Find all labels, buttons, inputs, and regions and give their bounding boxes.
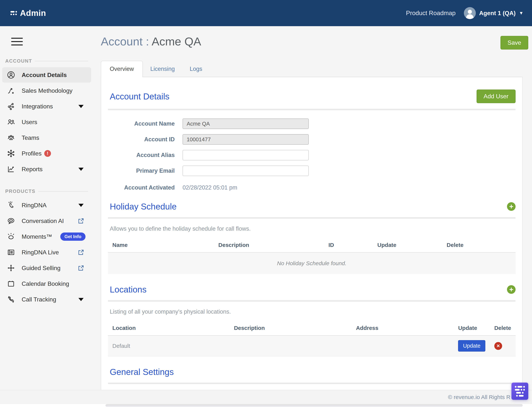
column-header-delete: Delete [442, 238, 516, 253]
moments-icon [7, 232, 15, 241]
sidebar-item-label: Conversation AI [22, 218, 64, 224]
sidebar-item-sales-methodology[interactable]: Sales Methodology [2, 83, 91, 98]
tab-logs[interactable]: Logs [182, 61, 210, 77]
column-header-name: Name [108, 238, 214, 253]
integrations-icon [7, 102, 15, 111]
admin-page: Admin Product Roadmap Agent 1 (QA) ▼ ACC… [0, 0, 532, 408]
sidebar-item-reports[interactable]: Reports [2, 162, 91, 177]
brand-title: Admin [20, 8, 46, 18]
account-details-heading: Account Details [110, 91, 170, 102]
sidebar-item-label: Moments™ [22, 233, 52, 240]
sidebar-item-profiles[interactable]: Profiles ! [2, 146, 91, 161]
save-button[interactable]: Save [500, 36, 528, 50]
page-title-account-name: Acme QA [152, 35, 201, 48]
update-location-button[interactable]: Update [458, 340, 485, 352]
conversation-ai-icon [7, 217, 15, 225]
external-link-icon [78, 265, 84, 271]
profiles-icon [7, 149, 15, 158]
sidebar-section-products: PRODUCTS [5, 188, 88, 194]
primary-email-label: Primary Email [108, 168, 183, 174]
tab-overview[interactable]: Overview [101, 61, 143, 77]
location-table-row: Default Update ✕ [108, 335, 516, 356]
column-header-description: Description [229, 321, 351, 335]
sidebar-item-label: RingDNA [22, 202, 47, 209]
holiday-schedule-empty-row: No Holiday Schedule found. [108, 253, 516, 274]
calendar-booking-icon [7, 280, 15, 288]
page-title-prefix: Account : [101, 35, 149, 48]
column-header-update: Update [373, 238, 442, 253]
column-header-address: Address [352, 321, 454, 335]
primary-email-field[interactable] [183, 166, 309, 176]
account-id-field [183, 134, 309, 145]
sidebar-item-label: RingDNA Live [22, 249, 59, 256]
chat-widget-button[interactable] [511, 382, 528, 400]
bottom-strip [0, 404, 532, 408]
sidebar-item-label: Reports [22, 166, 42, 173]
section-divider [108, 217, 516, 219]
account-id-label: Account ID [108, 136, 183, 143]
sidebar-item-account-details[interactable]: Account Details [2, 67, 91, 83]
account-alias-field[interactable] [183, 150, 309, 160]
user-avatar [464, 7, 476, 19]
sidebar-item-call-tracking[interactable]: Call Tracking [2, 292, 91, 307]
location-description-cell [229, 335, 351, 356]
main-content: Account : Acme QA Save Overview Licensin… [93, 26, 532, 408]
add-user-button[interactable]: Add User [476, 90, 516, 103]
external-link-icon [78, 249, 84, 256]
chevron-down-icon [78, 298, 84, 301]
sidebar-item-ringdna[interactable]: RingDNA [2, 197, 91, 213]
locations-table: Location Description Address Update Dele… [108, 321, 516, 357]
sidebar-item-label: Profiles [22, 150, 42, 157]
add-location-button[interactable]: + [507, 285, 516, 294]
get-info-badge[interactable]: Get Info [60, 232, 85, 241]
location-address-cell [352, 335, 454, 356]
sidebar-item-calendar-booking[interactable]: Calendar Booking [2, 276, 91, 291]
chevron-down-icon [78, 168, 84, 171]
column-header-delete: Delete [490, 321, 516, 335]
chevron-down-icon [78, 105, 84, 108]
sidebar-item-label: Guided Selling [22, 265, 60, 272]
add-holiday-schedule-button[interactable]: + [507, 202, 516, 211]
sidebar-item-conversation-ai[interactable]: Conversation AI [2, 213, 91, 229]
sidebar-section-account-label: ACCOUNT [5, 58, 32, 64]
sidebar-item-guided-selling[interactable]: Guided Selling [2, 260, 91, 276]
sidebar-item-teams[interactable]: Teams [2, 130, 91, 145]
user-menu[interactable]: Agent 1 (QA) ▼ [464, 7, 524, 19]
account-details-form: Account Name Account ID Account Alias Pr… [108, 119, 516, 191]
sidebar-item-label: Sales Methodology [22, 87, 73, 94]
brand-logo[interactable]: Admin [10, 8, 46, 18]
location-name-cell: Default [108, 335, 229, 356]
product-roadmap-link[interactable]: Product Roadmap [406, 9, 456, 17]
section-divider [108, 382, 516, 384]
users-icon [7, 118, 15, 126]
holiday-schedule-table: Name Description ID Update Delete No Hol… [108, 238, 516, 274]
delete-location-icon[interactable]: ✕ [494, 342, 502, 350]
column-header-update: Update [454, 321, 490, 335]
column-header-description: Description [214, 238, 324, 253]
hamburger-menu-button[interactable] [11, 37, 93, 47]
sidebar: ACCOUNT Account Details Sales Methodolog… [0, 26, 93, 307]
sidebar-item-label: Users [22, 119, 37, 126]
copyright-text: © revenue.io All Rights R [448, 394, 510, 400]
sidebar-item-label: Call Tracking [22, 296, 56, 303]
section-divider [108, 109, 516, 110]
sidebar-item-label: Teams [22, 134, 39, 141]
profiles-alert-icon: ! [44, 150, 51, 157]
general-settings-heading: General Settings [110, 367, 174, 377]
section-divider [108, 300, 516, 302]
locations-description: Listing of all your company's physical l… [110, 308, 516, 315]
account-name-field [183, 119, 309, 129]
chevron-down-icon: ▼ [519, 11, 524, 15]
revenue-io-logo-icon [10, 11, 17, 15]
tab-licensing[interactable]: Licensing [143, 61, 182, 77]
teams-icon [7, 133, 15, 142]
sidebar-item-users[interactable]: Users [2, 114, 91, 130]
column-header-location: Location [108, 321, 229, 335]
bottom-divider [106, 404, 523, 407]
sidebar-item-label: Account Details [22, 72, 67, 78]
sidebar-item-ringdna-live[interactable]: RingDNA Live [2, 245, 91, 260]
sidebar-item-label: Integrations [22, 103, 53, 110]
sidebar-item-moments[interactable]: Moments™ Get Info [2, 229, 91, 244]
sidebar-item-integrations[interactable]: Integrations [2, 99, 91, 114]
sidebar-section-account: ACCOUNT [5, 58, 88, 64]
